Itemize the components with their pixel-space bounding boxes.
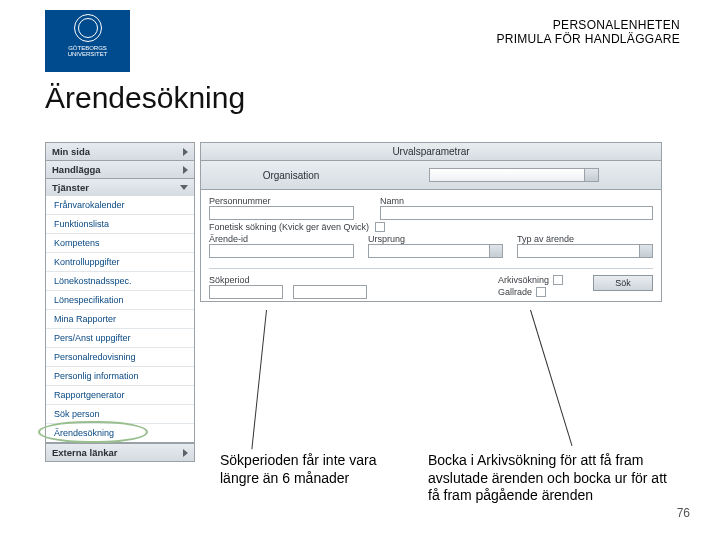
callout-arkiv: Bocka i Arkivsökning för att få fram avs… xyxy=(428,452,678,505)
logo-text-bottom: UNIVERSITET xyxy=(45,51,130,57)
sidebar-label: Tjänster xyxy=(52,182,89,193)
arende-id-label: Ärende-id xyxy=(209,234,354,244)
page-title: Ärendesökning xyxy=(45,82,275,114)
chevron-down-icon xyxy=(180,185,188,190)
sidebar-item-arendesokning[interactable]: Ärendesökning xyxy=(46,424,194,442)
sokperiod-label: Sökperiod xyxy=(209,275,367,285)
arende-id-input[interactable] xyxy=(209,244,354,258)
sidebar-list: Frånvarokalender Funktionslista Kompeten… xyxy=(45,196,195,443)
header-right: PERSONALENHETEN PRIMULA FÖR HANDLÄGGARE xyxy=(496,18,680,47)
system-label: PRIMULA FÖR HANDLÄGGARE xyxy=(496,32,680,46)
chevron-right-icon xyxy=(183,148,188,156)
typ-select[interactable] xyxy=(517,244,653,258)
chevron-right-icon xyxy=(183,166,188,174)
sidebar-head-externa[interactable]: Externa länkar xyxy=(45,443,195,462)
arkiv-checkbox[interactable] xyxy=(553,275,563,285)
sidebar-item[interactable]: Mina Rapporter xyxy=(46,310,194,329)
fonetisk-label: Fonetisk sökning (Kvick ger även Qvick) xyxy=(209,222,369,232)
sok-button[interactable]: Sök xyxy=(593,275,653,291)
university-logo: GÖTEBORGS UNIVERSITET xyxy=(45,10,130,72)
ursprung-label: Ursprung xyxy=(368,234,503,244)
sokperiod-to-input[interactable] xyxy=(293,285,367,299)
sidebar-item[interactable]: Personalredovisning xyxy=(46,348,194,367)
dept-label: PERSONALENHETEN xyxy=(496,18,680,32)
sidebar-head-min-sida[interactable]: Min sida xyxy=(45,142,195,160)
ursprung-select[interactable] xyxy=(368,244,503,258)
org-select[interactable] xyxy=(429,168,599,182)
sidebar-head-tjanster[interactable]: Tjänster xyxy=(45,178,195,196)
gallrade-checkbox[interactable] xyxy=(536,287,546,297)
sokperiod-from-input[interactable] xyxy=(209,285,283,299)
callout-sokperiod: Sökperioden får inte vara längre än 6 må… xyxy=(220,452,400,487)
panel-title: Urvalsparametrar xyxy=(201,143,661,161)
sidebar-label: Externa länkar xyxy=(52,447,117,458)
sidebar-label: Min sida xyxy=(52,146,90,157)
callout-line xyxy=(251,310,267,449)
search-panel: Urvalsparametrar Organisation Personnumm… xyxy=(200,142,662,302)
panel-org-row: Organisation xyxy=(201,161,661,190)
personnummer-input[interactable] xyxy=(209,206,354,220)
namn-label: Namn xyxy=(380,196,653,206)
sidebar-item[interactable]: Kontrolluppgifter xyxy=(46,253,194,272)
sidebar-label: Handlägga xyxy=(52,164,101,175)
chevron-right-icon xyxy=(183,449,188,457)
gallrade-label: Gallrade xyxy=(498,287,532,297)
page-number: 76 xyxy=(677,506,690,520)
fonetisk-checkbox[interactable] xyxy=(375,222,385,232)
sidebar-item[interactable]: Funktionslista xyxy=(46,215,194,234)
typ-label: Typ av ärende xyxy=(517,234,653,244)
sidebar-item[interactable]: Rapportgenerator xyxy=(46,386,194,405)
personnummer-label: Personnummer xyxy=(209,196,354,206)
sidebar-item[interactable]: Pers/Anst uppgifter xyxy=(46,329,194,348)
sidebar-head-handlagga[interactable]: Handlägga xyxy=(45,160,195,178)
callout-line xyxy=(530,310,572,446)
sidebar-item[interactable]: Lönekostnadsspec. xyxy=(46,272,194,291)
arkiv-label: Arkivsökning xyxy=(498,275,549,285)
sidebar-item[interactable]: Sök person xyxy=(46,405,194,424)
org-label: Organisation xyxy=(263,170,320,181)
sidebar-item[interactable]: Lönespecifikation xyxy=(46,291,194,310)
sidebar: Min sida Handlägga Tjänster Frånvarokale… xyxy=(45,142,195,462)
sidebar-item[interactable]: Personlig information xyxy=(46,367,194,386)
sidebar-item[interactable]: Kompetens xyxy=(46,234,194,253)
namn-input[interactable] xyxy=(380,206,653,220)
sidebar-item[interactable]: Frånvarokalender xyxy=(46,196,194,215)
logo-seal-icon xyxy=(74,14,102,42)
